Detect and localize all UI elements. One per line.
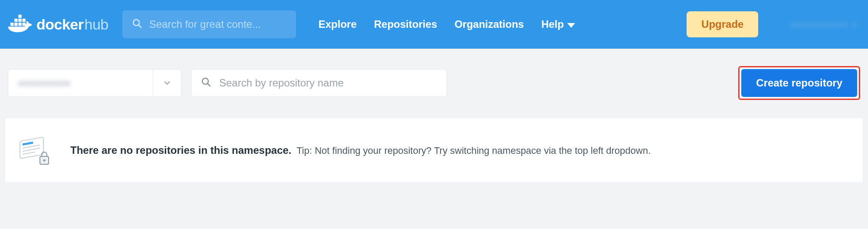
top-navbar: dockerhub Explore Repositories Organizat…: [0, 0, 868, 49]
repo-search-input[interactable]: [219, 77, 437, 89]
namespace-dropdown[interactable]: xxxxxxxxxxx: [8, 69, 181, 97]
svg-rect-4: [14, 19, 17, 22]
empty-state-headline: There are no repositories in this namesp…: [70, 144, 292, 156]
svg-rect-2: [18, 23, 21, 26]
namespace-selected: xxxxxxxxxxx: [8, 77, 153, 89]
repo-search[interactable]: [191, 69, 447, 97]
chevron-down-icon: [567, 23, 575, 28]
user-menu[interactable]: xxxxxxxxxxx: [789, 19, 858, 30]
whale-icon: [7, 14, 33, 35]
global-search[interactable]: [122, 10, 296, 38]
empty-repo-icon: [17, 134, 52, 167]
svg-rect-5: [18, 19, 21, 22]
search-icon: [201, 77, 211, 89]
nav-organizations[interactable]: Organizations: [454, 18, 524, 30]
user-name: xxxxxxxxxxx: [789, 19, 848, 30]
nav-help-label: Help: [541, 18, 564, 30]
nav-links: Explore Repositories Organizations Help: [319, 18, 575, 30]
create-repository-highlight: Create repository: [738, 66, 860, 100]
svg-line-9: [138, 25, 141, 27]
create-repository-button[interactable]: Create repository: [741, 69, 857, 97]
upgrade-button[interactable]: Upgrade: [687, 11, 758, 37]
empty-state-text: There are no repositories in this namesp…: [70, 144, 651, 156]
svg-point-18: [43, 159, 46, 162]
empty-state-panel: There are no repositories in this namesp…: [5, 118, 863, 183]
docker-hub-logo[interactable]: dockerhub: [7, 14, 108, 35]
svg-line-11: [207, 83, 210, 86]
repo-toolbar: xxxxxxxxxxx Create repository: [0, 49, 868, 112]
svg-rect-7: [18, 15, 21, 18]
empty-state-tip: Tip: Not finding your repository? Try sw…: [296, 145, 651, 156]
search-icon: [132, 18, 142, 30]
svg-rect-1: [14, 23, 17, 26]
chevron-down-icon: [153, 78, 181, 88]
global-search-input[interactable]: [149, 18, 286, 30]
svg-rect-0: [10, 23, 13, 26]
logo-text: dockerhub: [36, 16, 108, 33]
nav-explore[interactable]: Explore: [319, 18, 357, 30]
nav-repositories[interactable]: Repositories: [374, 18, 437, 30]
svg-rect-6: [23, 19, 26, 22]
nav-help[interactable]: Help: [541, 18, 575, 30]
chevron-down-icon: [852, 23, 858, 27]
